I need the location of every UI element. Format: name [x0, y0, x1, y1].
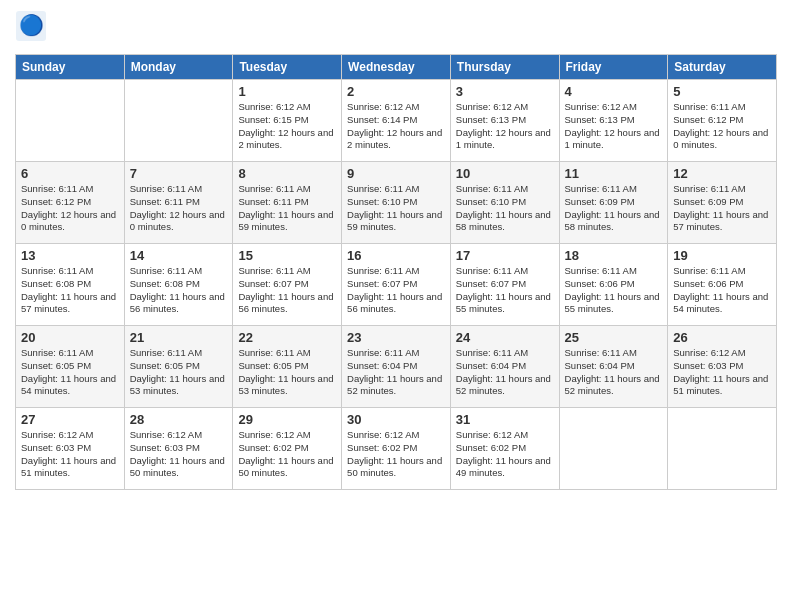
calendar-cell [124, 80, 233, 162]
col-header-saturday: Saturday [668, 55, 777, 80]
calendar-cell: 21Sunrise: 6:11 AMSunset: 6:05 PMDayligh… [124, 326, 233, 408]
calendar-cell: 17Sunrise: 6:11 AMSunset: 6:07 PMDayligh… [450, 244, 559, 326]
calendar-cell: 12Sunrise: 6:11 AMSunset: 6:09 PMDayligh… [668, 162, 777, 244]
calendar-cell: 30Sunrise: 6:12 AMSunset: 6:02 PMDayligh… [342, 408, 451, 490]
calendar-cell: 13Sunrise: 6:11 AMSunset: 6:08 PMDayligh… [16, 244, 125, 326]
col-header-monday: Monday [124, 55, 233, 80]
calendar-week-2: 6Sunrise: 6:11 AMSunset: 6:12 PMDaylight… [16, 162, 777, 244]
calendar-cell: 31Sunrise: 6:12 AMSunset: 6:02 PMDayligh… [450, 408, 559, 490]
cell-details: Sunrise: 6:11 AMSunset: 6:11 PMDaylight:… [130, 183, 228, 234]
day-number: 12 [673, 166, 771, 181]
day-number: 27 [21, 412, 119, 427]
cell-details: Sunrise: 6:11 AMSunset: 6:05 PMDaylight:… [238, 347, 336, 398]
cell-details: Sunrise: 6:11 AMSunset: 6:08 PMDaylight:… [130, 265, 228, 316]
calendar-cell: 2Sunrise: 6:12 AMSunset: 6:14 PMDaylight… [342, 80, 451, 162]
col-header-sunday: Sunday [16, 55, 125, 80]
day-number: 2 [347, 84, 445, 99]
calendar-cell: 4Sunrise: 6:12 AMSunset: 6:13 PMDaylight… [559, 80, 668, 162]
day-number: 22 [238, 330, 336, 345]
cell-details: Sunrise: 6:11 AMSunset: 6:05 PMDaylight:… [21, 347, 119, 398]
calendar-cell: 16Sunrise: 6:11 AMSunset: 6:07 PMDayligh… [342, 244, 451, 326]
day-number: 11 [565, 166, 663, 181]
day-number: 26 [673, 330, 771, 345]
cell-details: Sunrise: 6:12 AMSunset: 6:02 PMDaylight:… [238, 429, 336, 480]
calendar-cell: 18Sunrise: 6:11 AMSunset: 6:06 PMDayligh… [559, 244, 668, 326]
cell-details: Sunrise: 6:11 AMSunset: 6:09 PMDaylight:… [673, 183, 771, 234]
cell-details: Sunrise: 6:12 AMSunset: 6:03 PMDaylight:… [21, 429, 119, 480]
cell-details: Sunrise: 6:11 AMSunset: 6:07 PMDaylight:… [347, 265, 445, 316]
cell-details: Sunrise: 6:11 AMSunset: 6:06 PMDaylight:… [565, 265, 663, 316]
calendar-cell: 7Sunrise: 6:11 AMSunset: 6:11 PMDaylight… [124, 162, 233, 244]
logo-icon: 🔵 [15, 10, 47, 46]
cell-details: Sunrise: 6:11 AMSunset: 6:10 PMDaylight:… [347, 183, 445, 234]
calendar-cell: 22Sunrise: 6:11 AMSunset: 6:05 PMDayligh… [233, 326, 342, 408]
calendar-cell: 20Sunrise: 6:11 AMSunset: 6:05 PMDayligh… [16, 326, 125, 408]
day-number: 13 [21, 248, 119, 263]
cell-details: Sunrise: 6:12 AMSunset: 6:14 PMDaylight:… [347, 101, 445, 152]
calendar-cell: 26Sunrise: 6:12 AMSunset: 6:03 PMDayligh… [668, 326, 777, 408]
day-number: 30 [347, 412, 445, 427]
day-number: 16 [347, 248, 445, 263]
day-number: 1 [238, 84, 336, 99]
calendar-cell: 28Sunrise: 6:12 AMSunset: 6:03 PMDayligh… [124, 408, 233, 490]
col-header-wednesday: Wednesday [342, 55, 451, 80]
calendar-week-4: 20Sunrise: 6:11 AMSunset: 6:05 PMDayligh… [16, 326, 777, 408]
day-number: 20 [21, 330, 119, 345]
day-number: 19 [673, 248, 771, 263]
cell-details: Sunrise: 6:12 AMSunset: 6:15 PMDaylight:… [238, 101, 336, 152]
day-number: 6 [21, 166, 119, 181]
calendar-table: SundayMondayTuesdayWednesdayThursdayFrid… [15, 54, 777, 490]
cell-details: Sunrise: 6:12 AMSunset: 6:03 PMDaylight:… [130, 429, 228, 480]
day-number: 9 [347, 166, 445, 181]
calendar-cell: 29Sunrise: 6:12 AMSunset: 6:02 PMDayligh… [233, 408, 342, 490]
cell-details: Sunrise: 6:11 AMSunset: 6:12 PMDaylight:… [673, 101, 771, 152]
calendar-cell: 15Sunrise: 6:11 AMSunset: 6:07 PMDayligh… [233, 244, 342, 326]
day-number: 10 [456, 166, 554, 181]
calendar-cell [16, 80, 125, 162]
calendar-cell: 8Sunrise: 6:11 AMSunset: 6:11 PMDaylight… [233, 162, 342, 244]
cell-details: Sunrise: 6:11 AMSunset: 6:06 PMDaylight:… [673, 265, 771, 316]
day-number: 3 [456, 84, 554, 99]
calendar-cell: 27Sunrise: 6:12 AMSunset: 6:03 PMDayligh… [16, 408, 125, 490]
calendar-cell: 10Sunrise: 6:11 AMSunset: 6:10 PMDayligh… [450, 162, 559, 244]
cell-details: Sunrise: 6:11 AMSunset: 6:11 PMDaylight:… [238, 183, 336, 234]
cell-details: Sunrise: 6:11 AMSunset: 6:08 PMDaylight:… [21, 265, 119, 316]
logo: 🔵 [15, 10, 51, 46]
day-number: 5 [673, 84, 771, 99]
day-number: 14 [130, 248, 228, 263]
cell-details: Sunrise: 6:11 AMSunset: 6:09 PMDaylight:… [565, 183, 663, 234]
calendar-week-5: 27Sunrise: 6:12 AMSunset: 6:03 PMDayligh… [16, 408, 777, 490]
day-number: 8 [238, 166, 336, 181]
day-number: 29 [238, 412, 336, 427]
calendar-header-row: SundayMondayTuesdayWednesdayThursdayFrid… [16, 55, 777, 80]
header: 🔵 [15, 10, 777, 46]
calendar-cell: 6Sunrise: 6:11 AMSunset: 6:12 PMDaylight… [16, 162, 125, 244]
calendar-cell: 14Sunrise: 6:11 AMSunset: 6:08 PMDayligh… [124, 244, 233, 326]
calendar-week-3: 13Sunrise: 6:11 AMSunset: 6:08 PMDayligh… [16, 244, 777, 326]
calendar-cell: 3Sunrise: 6:12 AMSunset: 6:13 PMDaylight… [450, 80, 559, 162]
cell-details: Sunrise: 6:12 AMSunset: 6:02 PMDaylight:… [347, 429, 445, 480]
cell-details: Sunrise: 6:11 AMSunset: 6:10 PMDaylight:… [456, 183, 554, 234]
day-number: 31 [456, 412, 554, 427]
day-number: 28 [130, 412, 228, 427]
day-number: 21 [130, 330, 228, 345]
calendar-cell: 25Sunrise: 6:11 AMSunset: 6:04 PMDayligh… [559, 326, 668, 408]
cell-details: Sunrise: 6:11 AMSunset: 6:07 PMDaylight:… [238, 265, 336, 316]
cell-details: Sunrise: 6:12 AMSunset: 6:13 PMDaylight:… [565, 101, 663, 152]
day-number: 24 [456, 330, 554, 345]
cell-details: Sunrise: 6:11 AMSunset: 6:05 PMDaylight:… [130, 347, 228, 398]
day-number: 23 [347, 330, 445, 345]
calendar-cell: 5Sunrise: 6:11 AMSunset: 6:12 PMDaylight… [668, 80, 777, 162]
day-number: 17 [456, 248, 554, 263]
col-header-friday: Friday [559, 55, 668, 80]
cell-details: Sunrise: 6:12 AMSunset: 6:13 PMDaylight:… [456, 101, 554, 152]
calendar-cell: 11Sunrise: 6:11 AMSunset: 6:09 PMDayligh… [559, 162, 668, 244]
page: 🔵 SundayMondayTuesdayWednesdayThursdayFr… [0, 0, 792, 612]
cell-details: Sunrise: 6:11 AMSunset: 6:12 PMDaylight:… [21, 183, 119, 234]
calendar-cell: 9Sunrise: 6:11 AMSunset: 6:10 PMDaylight… [342, 162, 451, 244]
day-number: 4 [565, 84, 663, 99]
calendar-cell [668, 408, 777, 490]
calendar-cell: 24Sunrise: 6:11 AMSunset: 6:04 PMDayligh… [450, 326, 559, 408]
cell-details: Sunrise: 6:12 AMSunset: 6:02 PMDaylight:… [456, 429, 554, 480]
svg-text:🔵: 🔵 [19, 13, 44, 37]
